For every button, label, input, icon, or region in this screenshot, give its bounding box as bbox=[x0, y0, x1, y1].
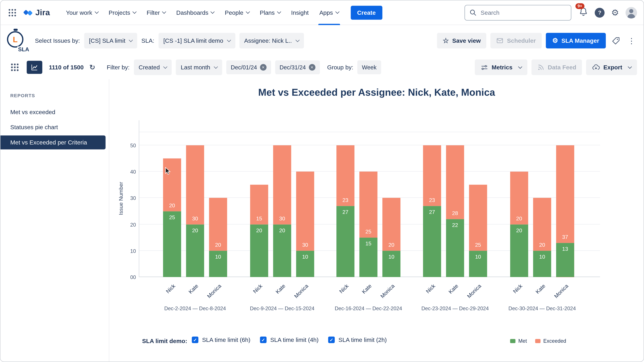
select-issues-dropdown[interactable]: [CS] SLA limit bbox=[84, 33, 137, 48]
bar-nick-week5[interactable]: 2020 bbox=[510, 172, 528, 277]
more-options-button[interactable]: ⋮ bbox=[626, 35, 637, 46]
date-to-chip[interactable]: Dec/31/24 × bbox=[275, 60, 320, 74]
nav-insight[interactable]: Insight bbox=[286, 0, 314, 25]
met-segment: 20 bbox=[186, 224, 204, 277]
assignee-axis-label: Nick bbox=[239, 283, 264, 307]
exceeded-segment: 23 bbox=[423, 145, 441, 206]
create-button[interactable]: Create bbox=[350, 5, 382, 19]
tag-button[interactable] bbox=[610, 35, 622, 46]
remove-date-icon[interactable]: × bbox=[308, 64, 315, 70]
line-chart-icon bbox=[30, 63, 38, 71]
met-value-label: 20 bbox=[516, 224, 522, 233]
exceeded-swatch bbox=[535, 339, 540, 343]
exceeded-segment: 23 bbox=[336, 145, 354, 206]
legend-met: Met bbox=[510, 338, 527, 344]
sla-dropdown[interactable]: [CS -1] SLA limit demo bbox=[158, 33, 235, 48]
app-switcher-button[interactable] bbox=[7, 7, 18, 18]
nav-filter[interactable]: Filter bbox=[141, 0, 171, 25]
sliders-icon bbox=[480, 63, 488, 71]
metrics-button[interactable]: Metrics bbox=[475, 59, 527, 75]
bar-kate-week4[interactable]: 2822 bbox=[446, 145, 464, 277]
exceeded-value-label: 30 bbox=[279, 216, 285, 224]
chart-view-button[interactable] bbox=[27, 61, 42, 74]
search-box[interactable] bbox=[464, 5, 572, 20]
bar-kate-week1[interactable]: 3020 bbox=[186, 145, 204, 277]
star-icon: ☆ bbox=[443, 37, 449, 44]
nav-projects[interactable]: Projects bbox=[103, 0, 141, 25]
group-by-chip[interactable]: Week bbox=[358, 60, 381, 74]
refresh-button[interactable]: ↻ bbox=[88, 62, 97, 72]
nav-apps[interactable]: Apps bbox=[314, 0, 344, 25]
created-dropdown[interactable]: Created bbox=[134, 59, 172, 75]
bar-monica-week3[interactable]: 2010 bbox=[382, 198, 400, 277]
bar-kate-week5[interactable]: 2010 bbox=[533, 198, 551, 277]
assignee-axis-label: Monica bbox=[285, 283, 310, 307]
bar-monica-week4[interactable]: 2510 bbox=[469, 185, 487, 277]
jira-logo[interactable]: Jira bbox=[24, 8, 50, 17]
remove-date-icon[interactable]: × bbox=[260, 64, 266, 70]
exceeded-segment: 30 bbox=[296, 172, 314, 251]
chart-footer: SLA limit demo: ✓ SLA time limit (6h) ✓ … bbox=[110, 335, 644, 349]
nav-people[interactable]: People bbox=[220, 0, 254, 25]
date-from-chip[interactable]: Dec/01/24 × bbox=[226, 60, 271, 74]
met-segment: 10 bbox=[209, 251, 227, 277]
sidebar-item-met-vs-exceeded[interactable]: Met vs exceeded bbox=[0, 105, 106, 119]
top-navbar: Jira Your work Projects Filter Dashboard… bbox=[0, 0, 644, 25]
y-axis-tick-label: 20 bbox=[124, 222, 136, 228]
bar-nick-week2[interactable]: 1520 bbox=[250, 185, 268, 277]
exceeded-segment: 28 bbox=[446, 145, 464, 219]
sla-label: SLA: bbox=[142, 37, 154, 44]
exceeded-segment: 15 bbox=[250, 185, 268, 224]
exceeded-value-label: 30 bbox=[302, 242, 308, 251]
chevron-down-icon bbox=[211, 10, 215, 14]
settings-button[interactable]: ⚙ bbox=[611, 8, 619, 17]
checkbox-sla-2h[interactable]: ✓ SLA time limit (2h) bbox=[328, 337, 387, 343]
search-input[interactable] bbox=[465, 5, 571, 20]
checked-checkbox-icon[interactable]: ✓ bbox=[328, 337, 335, 343]
chart-title: Met vs Exceeded per Assignee: Nick, Kate… bbox=[110, 87, 644, 98]
y-axis-tick-label: 50 bbox=[124, 143, 136, 148]
exceeded-segment: 30 bbox=[186, 145, 204, 224]
bar-kate-week3[interactable]: 2515 bbox=[360, 172, 378, 277]
week-range-label: Dec-2-2024 — Dec-8-2024 bbox=[150, 306, 240, 311]
gear-icon: ⚙ bbox=[552, 37, 558, 44]
assignee-dropdown[interactable]: Assignee: Nick L.. bbox=[239, 33, 304, 48]
data-feed-button[interactable]: Data Feed bbox=[531, 59, 582, 75]
save-view-button[interactable]: ☆ Save view bbox=[437, 33, 486, 48]
jira-logo-icon bbox=[24, 8, 32, 17]
sidebar-item-met-vs-exceeded-per-criteria[interactable]: Met vs Exceeded per Criteria bbox=[0, 135, 106, 149]
chevron-down-icon bbox=[214, 64, 218, 68]
nav-your-work[interactable]: Your work bbox=[60, 0, 103, 25]
met-value-label: 13 bbox=[562, 243, 568, 251]
export-button[interactable]: Export bbox=[586, 59, 637, 75]
grid-view-button[interactable] bbox=[7, 61, 23, 74]
sla-manager-button[interactable]: ⚙ SLA Manager bbox=[546, 33, 606, 48]
sidebar-item-statuses-pie-chart[interactable]: Statuses pie chart bbox=[0, 120, 106, 134]
checkbox-sla-6h[interactable]: ✓ SLA time limit (6h) bbox=[192, 337, 250, 343]
chevron-down-icon bbox=[129, 38, 133, 42]
nav-plans[interactable]: Plans bbox=[254, 0, 286, 25]
notifications-button[interactable]: 9+ bbox=[579, 7, 588, 18]
scheduler-button[interactable]: Scheduler bbox=[490, 33, 542, 48]
period-dropdown[interactable]: Last month bbox=[176, 59, 222, 75]
checked-checkbox-icon[interactable]: ✓ bbox=[260, 337, 266, 343]
profile-avatar[interactable] bbox=[626, 7, 637, 18]
bar-monica-week1[interactable]: 2010 bbox=[209, 198, 227, 277]
bar-nick-week3[interactable]: 2327 bbox=[336, 145, 354, 277]
y-axis-tick-label: 00 bbox=[124, 275, 136, 280]
nav-dashboards[interactable]: Dashboards bbox=[171, 0, 219, 25]
bar-nick-week1[interactable]: 2025 bbox=[163, 159, 181, 277]
bar-nick-week4[interactable]: 2327 bbox=[423, 145, 441, 277]
bar-kate-week2[interactable]: 3020 bbox=[273, 145, 291, 277]
checked-checkbox-icon[interactable]: ✓ bbox=[192, 337, 198, 343]
help-button[interactable]: ? bbox=[595, 7, 605, 17]
y-axis-tick-label: 40 bbox=[124, 169, 136, 175]
exceeded-value-label: 15 bbox=[256, 216, 262, 224]
exceeded-value-label: 20 bbox=[539, 242, 545, 251]
app-grid-icon bbox=[8, 9, 16, 16]
bar-monica-week2[interactable]: 3010 bbox=[296, 172, 314, 277]
checkbox-sla-4h[interactable]: ✓ SLA time limit (4h) bbox=[260, 337, 318, 343]
mouse-cursor bbox=[164, 167, 172, 175]
search-icon bbox=[469, 8, 477, 16]
bar-monica-week5[interactable]: 3713 bbox=[556, 145, 574, 277]
